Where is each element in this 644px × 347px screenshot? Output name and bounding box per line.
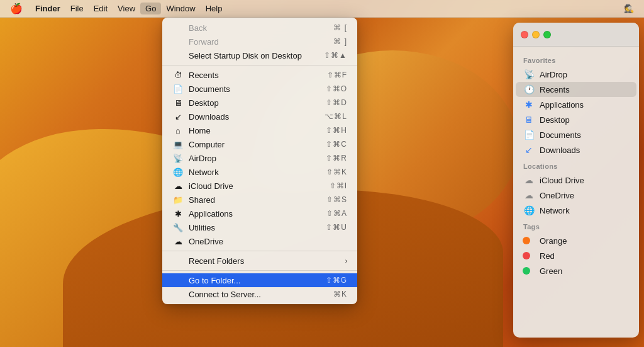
go-menu-trigger[interactable]: Go [140, 3, 161, 14]
network-icon: 🌐 [172, 168, 184, 177]
shared-shortcut: ⇧⌘S [326, 195, 347, 204]
recents-icon: ⏱ [172, 71, 184, 80]
utilities-icon: 🔧 [172, 223, 184, 232]
go-downloads[interactable]: ↙ Downloads ⌥⌘L [162, 110, 357, 123]
close-button[interactable] [521, 31, 528, 38]
go-recent-folders[interactable]: Recent Folders › [162, 254, 357, 268]
finder-window: Favorites 📡 AirDrop 🕐 Recents ✱ Applicat… [513, 23, 639, 338]
documents-icon: 📄 [172, 84, 184, 94]
sidebar-item-airdrop[interactable]: 📡 AirDrop [516, 67, 636, 82]
network-label: Network [189, 168, 219, 177]
recents-sidebar-label: Recents [540, 85, 570, 94]
applications-sidebar-icon: ✱ [523, 99, 535, 110]
sidebar-item-onedrive[interactable]: ☁ OneDrive [516, 188, 636, 203]
recents-label: Recents [189, 71, 219, 80]
downloads-label: Downloads [189, 112, 229, 122]
desktop-sidebar-label: Desktop [540, 115, 570, 125]
go-recents[interactable]: ⏱ Recents ⇧⌘F [162, 68, 357, 82]
computer-icon: 💻 [172, 140, 184, 149]
applications-label: Applications [189, 209, 233, 219]
help-menu[interactable]: Help [201, 3, 228, 14]
utilities-label: Utilities [189, 223, 215, 232]
utilities-shortcut: ⇧⌘U [326, 223, 347, 232]
finder-menu[interactable]: Finder [30, 3, 65, 14]
tag-orange-label: Orange [540, 236, 567, 246]
menubar-right: 🕵️ [619, 3, 639, 14]
recent-folders-label: Recent Folders [189, 256, 244, 266]
downloads-sidebar-label: Downloads [540, 145, 580, 155]
shared-label: Shared [189, 195, 215, 205]
sidebar-item-icloud[interactable]: ☁ iCloud Drive [516, 173, 636, 188]
onedrive-icon: ☁ [172, 237, 184, 246]
documents-sidebar-icon: 📄 [523, 129, 535, 140]
icloud-sidebar-label: iCloud Drive [540, 176, 584, 185]
sidebar-item-tag-orange[interactable]: Orange [516, 233, 636, 248]
airdrop-icon: 📡 [172, 154, 184, 163]
go-to-folder[interactable]: Go to Folder... ⇧⌘G [162, 273, 357, 287]
documents-label: Documents [189, 84, 230, 94]
finder-titlebar [513, 23, 639, 47]
downloads-shortcut: ⌥⌘L [325, 112, 347, 121]
tag-red-label: Red [540, 251, 555, 261]
apple-menu[interactable]: 🍎 [5, 1, 28, 16]
go-forward[interactable]: Forward ⌘ ] [162, 35, 357, 48]
go-back[interactable]: Back ⌘ [ [162, 21, 357, 35]
menubar: 🍎 Finder File Edit View Go Window Help 🕵… [0, 0, 644, 18]
file-menu[interactable]: File [65, 3, 89, 14]
go-connect-server[interactable]: Connect to Server... ⌘K [162, 287, 357, 301]
go-applications[interactable]: ✱ Applications ⇧⌘A [162, 207, 357, 220]
airdrop-sidebar-label: AirDrop [540, 70, 567, 79]
computer-shortcut: ⇧⌘C [326, 140, 347, 149]
sidebar-item-downloads[interactable]: ↙ Downloads [516, 142, 636, 157]
edit-menu[interactable]: Edit [89, 3, 113, 14]
go-desktop[interactable]: 🖥 Desktop ⇧⌘D [162, 96, 357, 110]
back-shortcut: ⌘ [ [333, 23, 347, 32]
documents-sidebar-label: Documents [540, 130, 581, 140]
forward-shortcut: ⌘ ] [333, 37, 347, 46]
network-sidebar-icon: 🌐 [523, 205, 535, 216]
sidebar-item-recents[interactable]: 🕐 Recents [516, 82, 636, 97]
applications-shortcut: ⇧⌘A [326, 209, 347, 218]
go-menu-dropdown: Back ⌘ [ Forward ⌘ ] Select Startup Disk… [162, 18, 357, 304]
menubar-right-icon[interactable]: 🕵️ [619, 3, 639, 14]
home-label: Home [189, 126, 211, 135]
connect-server-shortcut: ⌘K [333, 290, 347, 299]
separator-3 [162, 270, 357, 271]
recents-shortcut: ⇧⌘F [327, 71, 347, 79]
minimize-button[interactable] [532, 31, 540, 38]
sidebar-item-tag-red[interactable]: Red [516, 248, 636, 263]
recents-sidebar-icon: 🕐 [523, 84, 535, 95]
view-menu[interactable]: View [113, 3, 140, 14]
sidebar-item-applications[interactable]: ✱ Applications [516, 97, 636, 112]
sidebar-item-documents[interactable]: 📄 Documents [516, 127, 636, 142]
desktop-label: Desktop [189, 98, 219, 108]
locations-section-label: Locations [513, 157, 639, 173]
favorites-section-label: Favorites [513, 52, 639, 67]
go-network[interactable]: 🌐 Network ⇧⌘K [162, 165, 357, 179]
submenu-chevron: › [345, 258, 347, 265]
startup-label: Select Startup Disk on Desktop [189, 51, 302, 60]
go-home[interactable]: ⌂ Home ⇧⌘H [162, 123, 357, 137]
documents-shortcut: ⇧⌘O [326, 84, 347, 93]
go-computer[interactable]: 💻 Computer ⇧⌘C [162, 137, 357, 151]
go-shared[interactable]: 📁 Shared ⇧⌘S [162, 193, 357, 207]
sidebar-item-tag-green[interactable]: Green [516, 263, 636, 278]
tag-red-icon [523, 250, 535, 261]
sidebar-item-network[interactable]: 🌐 Network [516, 203, 636, 218]
go-utilities[interactable]: 🔧 Utilities ⇧⌘U [162, 220, 357, 234]
go-onedrive[interactable]: ☁ OneDrive [162, 234, 357, 248]
tag-green-label: Green [540, 266, 562, 276]
back-label: Back [189, 23, 207, 33]
go-icloud[interactable]: ☁ iCloud Drive ⇧⌘I [162, 179, 357, 193]
go-airdrop[interactable]: 📡 AirDrop ⇧⌘R [162, 151, 357, 165]
fullscreen-button[interactable] [543, 31, 551, 38]
goto-folder-shortcut: ⇧⌘G [326, 276, 347, 285]
go-startup-disk[interactable]: Select Startup Disk on Desktop ⇧⌘▲ [162, 48, 357, 62]
sidebar-item-desktop[interactable]: 🖥 Desktop [516, 112, 636, 127]
window-menu[interactable]: Window [161, 3, 200, 14]
onedrive-sidebar-icon: ☁ [523, 190, 535, 201]
go-documents[interactable]: 📄 Documents ⇧⌘O [162, 82, 357, 96]
goto-folder-label: Go to Folder... [189, 276, 240, 285]
startup-shortcut: ⇧⌘▲ [324, 51, 347, 60]
finder-sidebar: Favorites 📡 AirDrop 🕐 Recents ✱ Applicat… [513, 47, 639, 283]
